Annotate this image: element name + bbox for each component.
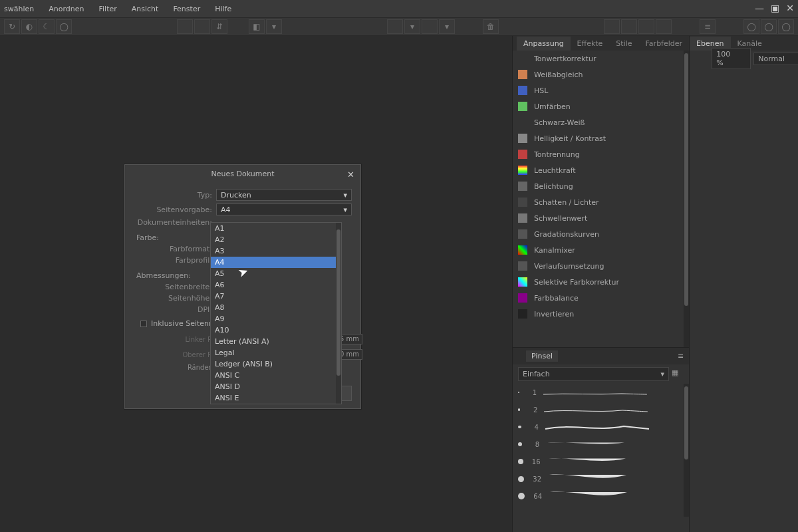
menu-item[interactable]: Anordnen <box>49 5 84 13</box>
tool-button[interactable] <box>387 19 403 34</box>
tool-button[interactable]: ◐ <box>21 19 37 34</box>
scrollbar[interactable] <box>684 51 689 347</box>
brush-item[interactable]: 4 <box>513 418 684 436</box>
brush-item[interactable]: 64 <box>513 487 684 505</box>
tool-button[interactable]: ⇵ <box>211 19 227 34</box>
tool-button[interactable]: ▾ <box>404 19 420 34</box>
dropdown-option[interactable]: A6 <box>211 279 336 291</box>
brush-item[interactable]: 2 <box>513 401 684 418</box>
brush-preview <box>542 385 678 400</box>
brush-item[interactable]: 1 <box>513 384 684 401</box>
tool-button[interactable]: ◯ <box>778 19 794 34</box>
preset-dropdown: A1A2A3A4A5A6A7A8A9A10Letter (ANSI A)Lega… <box>210 222 342 404</box>
dropdown-option[interactable]: A10 <box>211 325 336 336</box>
tool-button[interactable] <box>621 19 637 34</box>
adjustment-item[interactable]: Helligkeit / Kontrast <box>513 130 684 146</box>
dropdown-option[interactable]: Ledger (ANSI B) <box>211 358 336 370</box>
minimize-icon[interactable]: — <box>755 3 764 13</box>
brush-category-select[interactable]: Einfach ▾ <box>518 367 669 381</box>
type-select[interactable]: Drucken▾ <box>216 189 352 201</box>
adjustment-icon <box>518 277 527 287</box>
dropdown-icon[interactable]: ▾ <box>266 19 282 34</box>
tool-button[interactable]: ◯ <box>761 19 777 34</box>
tool-button[interactable] <box>194 19 210 34</box>
menu-item[interactable]: swählen <box>4 5 34 13</box>
label: Farbformat: <box>134 245 216 253</box>
dropdown-option[interactable]: A2 <box>211 234 336 245</box>
dropdown-option[interactable]: A8 <box>211 302 336 313</box>
tool-button[interactable] <box>656 19 672 34</box>
adjustment-item[interactable]: Invertieren <box>513 306 684 322</box>
dropdown-option[interactable]: A1 <box>211 223 336 234</box>
dropdown-option[interactable]: A4 <box>211 257 336 268</box>
tool-button[interactable] <box>638 19 654 34</box>
dropdown-option[interactable]: A3 <box>211 245 336 257</box>
panel-menu-icon[interactable]: ≡ <box>678 352 684 360</box>
scrollbar[interactable] <box>336 223 341 404</box>
brush-dot-icon <box>518 408 520 410</box>
scrollbar[interactable] <box>684 384 689 517</box>
brush-item[interactable]: 8 <box>513 436 684 453</box>
adjustment-item[interactable]: Tontrennung <box>513 146 684 162</box>
trash-icon[interactable]: 🗑 <box>483 19 499 34</box>
tab-stile[interactable]: Stile <box>609 37 638 51</box>
tool-button[interactable]: ↻ <box>4 19 20 34</box>
tool-button[interactable]: ◧ <box>249 19 265 34</box>
menu-item[interactable]: Filter <box>99 5 117 13</box>
tool-button[interactable]: ▾ <box>439 19 455 34</box>
dropdown-option[interactable]: ANSI C <box>211 370 336 381</box>
adjustment-item[interactable]: Schwarz-Weiß <box>513 114 684 130</box>
adjustment-label: Helligkeit / Kontrast <box>534 134 606 143</box>
dropdown-option[interactable]: ANSI D <box>211 381 336 392</box>
adjustment-item[interactable]: Leuchtkraft <box>513 162 684 178</box>
adjustment-item[interactable]: Verlaufsumsetzung <box>513 258 684 274</box>
adjustment-item[interactable]: Belichtung <box>513 178 684 194</box>
tool-button[interactable] <box>604 19 620 34</box>
tab-effekte[interactable]: Effekte <box>571 37 610 51</box>
maximize-icon[interactable]: ▣ <box>771 3 779 13</box>
adjustment-item[interactable]: HSL <box>513 82 684 98</box>
tab-pinsel[interactable]: Pinsel <box>526 350 558 362</box>
adjustment-item[interactable]: Selektive Farbkorrektur <box>513 274 684 290</box>
tab-anpassung[interactable]: Anpassung <box>517 37 571 51</box>
dropdown-option[interactable]: Legal <box>211 347 336 358</box>
tool-button[interactable]: ☾ <box>39 19 55 34</box>
tool-button[interactable]: ◯ <box>743 19 759 34</box>
close-icon[interactable]: ✕ <box>786 3 794 13</box>
adjustment-item[interactable]: Schatten / Lichter <box>513 194 684 210</box>
dropdown-option[interactable]: ANSI E <box>211 392 336 404</box>
menu-item[interactable]: Hilfe <box>215 5 231 13</box>
adjustment-item[interactable]: Gradationskurven <box>513 226 684 242</box>
dropdown-option[interactable]: A9 <box>211 313 336 325</box>
blend-select[interactable]: Normal <box>753 53 798 65</box>
dropdown-option[interactable]: A7 <box>211 291 336 302</box>
brush-item[interactable]: 16 <box>513 453 684 470</box>
adjustment-item[interactable]: Farbbalance <box>513 290 684 306</box>
dropdown-option[interactable]: Letter (ANSI A) <box>211 336 336 347</box>
adjustment-label: Weißabgleich <box>534 70 583 79</box>
brush-item[interactable]: 32 <box>513 470 684 487</box>
adjustment-item[interactable]: Schwellenwert <box>513 210 684 226</box>
close-icon[interactable]: ✕ <box>347 170 354 180</box>
preset-select[interactable]: A4▾ <box>216 203 352 215</box>
brush-grid-icon[interactable]: ▦ <box>672 368 684 380</box>
adjustment-item[interactable]: Kanalmixer <box>513 242 684 258</box>
include-margins-checkbox[interactable] <box>140 321 147 327</box>
dropdown-option[interactable]: A5 <box>211 268 336 279</box>
adjustment-label: Tontrennung <box>534 150 580 159</box>
adjustment-item[interactable]: Tonwertkorrektur <box>513 51 684 66</box>
tool-button[interactable]: ◯ <box>56 19 72 34</box>
adjustment-icon <box>518 309 527 319</box>
adjustment-label: Umfärben <box>534 102 571 111</box>
opacity-select[interactable]: 100 % <box>712 48 751 69</box>
tool-button[interactable]: ≡ <box>700 19 716 34</box>
menu-item[interactable]: Ansicht <box>132 5 159 13</box>
adjustment-item[interactable]: Umfärben <box>513 98 684 114</box>
tab-farbfelder[interactable]: Farbfelder <box>639 37 690 51</box>
tool-button[interactable] <box>422 19 438 34</box>
toolbar: ↻ ◐ ☾ ◯ ⇵ ◧ ▾ ▾ ▾ 🗑 ≡ ◯ ◯ ◯ <box>0 17 798 36</box>
adjustment-item[interactable]: Weißabgleich <box>513 66 684 82</box>
tool-button[interactable] <box>177 19 193 34</box>
brush-preview <box>545 437 678 452</box>
menu-item[interactable]: Fenster <box>173 5 200 13</box>
